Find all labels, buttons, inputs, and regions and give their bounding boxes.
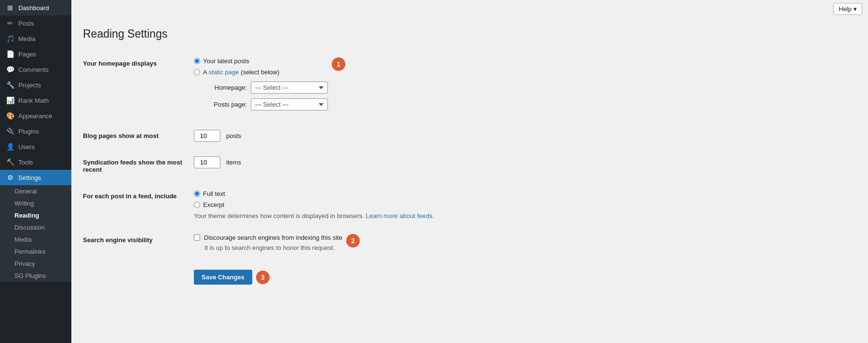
feed-learn-more-link[interactable]: Learn more about feeds [366, 212, 433, 220]
homepage-select-row: Homepage: — Select — [203, 82, 328, 94]
syndication-row: Syndication feeds show the most recent 1… [83, 149, 856, 183]
blog-pages-input[interactable]: 10 [194, 130, 220, 142]
radio-full-text[interactable] [194, 191, 200, 197]
dashboard-icon: ⊞ [6, 4, 14, 12]
plugins-icon: 🔌 [6, 127, 14, 135]
sidebar: ⊞ Dashboard ✏ Posts 🎵 Media 📄 Pages 💬 Co… [0, 0, 71, 343]
search-visibility-label: Search engine visibility [83, 236, 153, 244]
homepage-displays-label: Your homepage displays [83, 60, 157, 67]
submenu-item-discussion[interactable]: Discussion [0, 221, 71, 233]
radio-latest-posts-label: Your latest posts [203, 57, 249, 65]
submenu-item-permalinks[interactable]: Permalinks [0, 246, 71, 258]
radio-full-text-label: Full text [203, 190, 225, 197]
sidebar-item-label: Dashboard [18, 4, 49, 12]
posts-page-select-row: Posts page: — Select — [203, 98, 328, 110]
sidebar-item-pages[interactable]: 📄 Pages [0, 46, 71, 62]
syndication-input[interactable]: 10 [194, 156, 220, 168]
sidebar-item-label: Posts [18, 20, 34, 27]
help-label: Help [839, 5, 852, 13]
homepage-radio-group: Your latest posts A static page (select … [194, 57, 328, 115]
radio-latest-posts[interactable] [194, 58, 200, 64]
help-arrow-icon: ▾ [854, 5, 857, 13]
sidebar-item-comments[interactable]: 💬 Comments [0, 62, 71, 77]
sidebar-item-label: Plugins [18, 128, 39, 135]
sidebar-item-label: Users [18, 143, 35, 151]
sidebar-item-label: Rank Math [18, 97, 49, 104]
radio-static-page-option: A static page (select below) [194, 69, 328, 76]
settings-icon: ⚙ [6, 174, 14, 181]
submenu-item-reading[interactable]: Reading [0, 209, 71, 221]
homepage-select-label: Homepage: [203, 84, 247, 91]
sidebar-item-media[interactable]: 🎵 Media [0, 31, 71, 46]
media-icon: 🎵 [6, 35, 14, 42]
search-sub-note: It is up to search engines to honor this… [204, 244, 342, 251]
topbar: Help ▾ [71, 0, 868, 18]
pages-icon: 📄 [6, 50, 14, 58]
feed-note-text: Your theme determines how content is dis… [194, 212, 364, 220]
syndication-unit: items [226, 159, 241, 166]
step-badge-1: 1 [332, 57, 345, 71]
users-icon: 👤 [6, 143, 14, 151]
feed-note: Your theme determines how content is dis… [194, 212, 852, 220]
radio-excerpt-option: Excerpt [194, 201, 852, 208]
settings-submenu: General Writing Reading Discussion Media… [0, 185, 71, 282]
sidebar-item-rank-math[interactable]: 📊 Rank Math [0, 93, 71, 108]
search-checkbox-row: Discourage search engines from indexing … [194, 234, 342, 241]
sidebar-item-plugins[interactable]: 🔌 Plugins [0, 123, 71, 139]
tools-icon: 🔨 [6, 158, 14, 166]
search-checkbox[interactable] [194, 234, 200, 241]
save-row: Save Changes 3 [194, 270, 852, 285]
step-badge-3: 3 [256, 271, 270, 284]
submenu-item-general[interactable]: General [0, 185, 71, 197]
sidebar-item-label: Pages [18, 51, 36, 58]
projects-icon: 🔧 [6, 81, 14, 89]
radio-excerpt[interactable] [194, 202, 200, 208]
submenu-item-sg-plugins[interactable]: SG Plugins [0, 270, 71, 282]
submenu-item-writing[interactable]: Writing [0, 197, 71, 209]
blog-pages-row: Blog pages show at most 10 posts [83, 123, 856, 149]
content-area: Reading Settings Your homepage displays … [71, 18, 868, 343]
sidebar-item-dashboard[interactable]: ⊞ Dashboard [0, 0, 71, 15]
settings-form-table: Your homepage displays Your latest posts… [83, 50, 856, 292]
sidebar-item-posts[interactable]: ✏ Posts [0, 15, 71, 31]
sidebar-item-tools[interactable]: 🔨 Tools [0, 154, 71, 170]
sidebar-item-label: Tools [18, 159, 33, 166]
submenu-item-privacy[interactable]: Privacy [0, 258, 71, 270]
search-checkbox-label: Discourage search engines from indexing … [204, 234, 342, 241]
search-visibility-content: Discourage search engines from indexing … [194, 234, 342, 251]
static-page-link[interactable]: static page [209, 69, 239, 76]
appearance-icon: 🎨 [6, 112, 14, 120]
comments-icon: 💬 [6, 66, 14, 73]
rank-math-icon: 📊 [6, 96, 14, 104]
save-changes-row: Save Changes 3 [83, 259, 856, 292]
help-button[interactable]: Help ▾ [833, 3, 862, 15]
sidebar-item-label: Appearance [18, 112, 52, 120]
page-title: Reading Settings [83, 27, 856, 41]
main-content: Help ▾ Reading Settings Your homepage di… [71, 0, 868, 343]
sidebar-item-label: Projects [18, 82, 41, 89]
sidebar-item-label: Media [18, 35, 35, 42]
radio-static-page[interactable] [194, 69, 200, 75]
sidebar-item-appearance[interactable]: 🎨 Appearance [0, 108, 71, 123]
posts-icon: ✏ [6, 19, 14, 27]
sidebar-item-label: Comments [18, 66, 49, 73]
save-changes-button[interactable]: Save Changes [194, 270, 252, 285]
homepage-displays-row: Your homepage displays Your latest posts… [83, 50, 856, 123]
static-page-options: Homepage: — Select — Posts page: — Selec… [203, 82, 328, 110]
radio-latest-posts-option: Your latest posts [194, 57, 328, 65]
radio-static-page-label: A static page (select below) [203, 69, 279, 76]
posts-page-select-label: Posts page: [203, 101, 247, 108]
sidebar-item-label: Settings [18, 174, 41, 181]
feed-include-label: For each post in a feed, include [83, 192, 176, 200]
blog-pages-unit: posts [226, 132, 241, 139]
sidebar-item-projects[interactable]: 🔧 Projects [0, 77, 71, 93]
submenu-item-media-sub[interactable]: Media [0, 233, 71, 246]
step-badge-2: 2 [346, 234, 360, 247]
sidebar-item-users[interactable]: 👤 Users [0, 139, 71, 154]
radio-full-text-option: Full text [194, 190, 852, 197]
homepage-select[interactable]: — Select — [251, 82, 328, 94]
posts-page-select[interactable]: — Select — [251, 98, 328, 110]
syndication-label: Syndication feeds show the most recent [83, 159, 182, 173]
sidebar-item-settings[interactable]: ⚙ Settings [0, 170, 71, 185]
feed-include-row: For each post in a feed, include Full te… [83, 183, 856, 227]
